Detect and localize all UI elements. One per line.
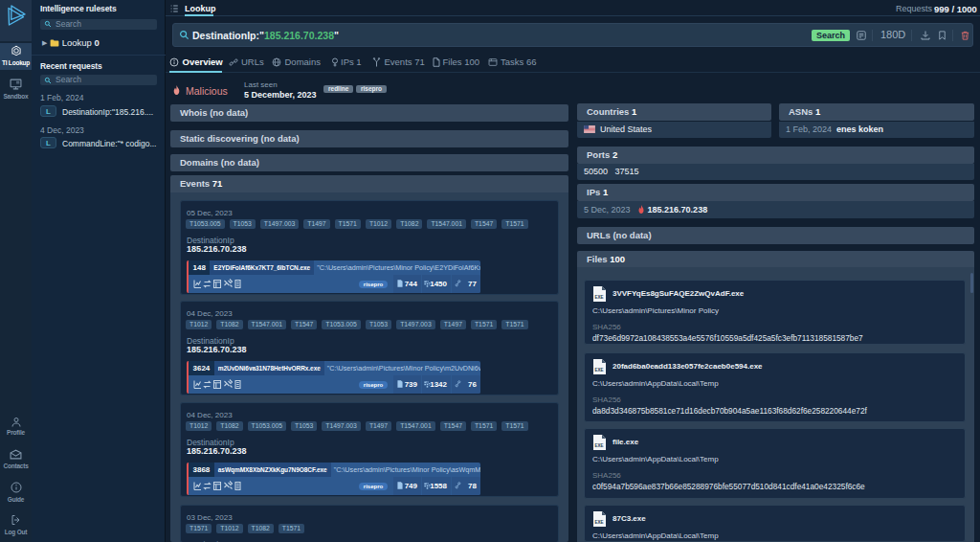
svg-text:EXE: EXE <box>595 368 604 373</box>
svg-text:EXE: EXE <box>595 295 604 300</box>
svg-text:EXE: EXE <box>595 520 604 525</box>
svg-text:EXE: EXE <box>595 443 604 448</box>
